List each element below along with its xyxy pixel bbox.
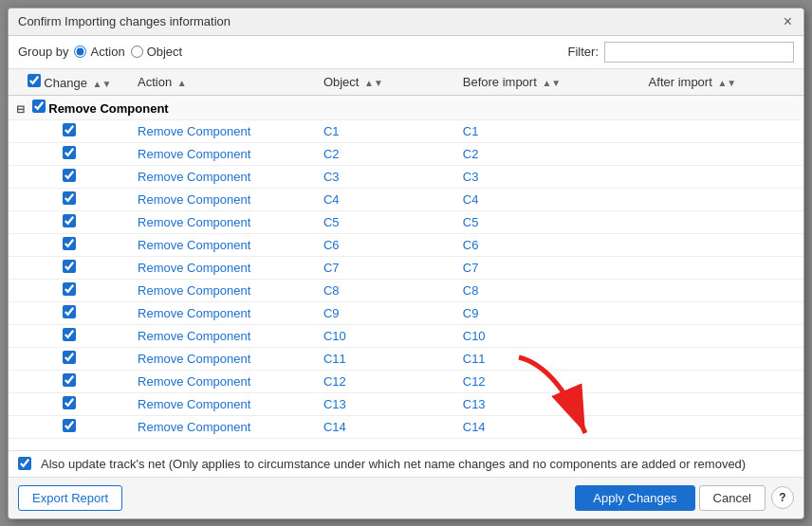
row-action: Remove Component bbox=[130, 119, 316, 142]
row-action: Remove Component bbox=[130, 256, 316, 279]
table-container: Change ▲▼ Action ▲ Object ▲▼ Before impo… bbox=[9, 69, 803, 451]
row-after bbox=[641, 119, 803, 142]
table-row: Remove Component C4 C4 bbox=[9, 188, 803, 210]
th-after: After import ▲▼ bbox=[641, 69, 803, 96]
row-before: C4 bbox=[455, 188, 641, 210]
row-after bbox=[641, 324, 803, 347]
row-object: C11 bbox=[316, 347, 455, 370]
group-action-label: Action bbox=[90, 45, 124, 59]
group-object-radio-label[interactable]: Object bbox=[131, 45, 183, 59]
footer-note-text: Also update track's net (Only applies to… bbox=[41, 457, 746, 471]
row-action: Remove Component bbox=[130, 210, 316, 233]
row-after bbox=[641, 188, 803, 210]
row-before: C14 bbox=[455, 415, 641, 438]
row-checkbox[interactable] bbox=[63, 373, 76, 387]
row-action: Remove Component bbox=[130, 279, 316, 301]
cancel-button[interactable]: Cancel bbox=[699, 485, 766, 511]
group-action-radio[interactable] bbox=[74, 45, 86, 58]
row-after bbox=[641, 279, 803, 301]
group-checkbox[interactable] bbox=[32, 100, 46, 113]
th-change: Change ▲▼ bbox=[9, 69, 130, 96]
row-action: Remove Component bbox=[130, 301, 316, 324]
row-object: C9 bbox=[316, 301, 455, 324]
row-checkbox-cell bbox=[9, 188, 130, 210]
footer-buttons: Export Report Apply Changes Cancel ? bbox=[9, 478, 803, 518]
right-buttons: Apply Changes Cancel ? bbox=[575, 485, 794, 511]
row-checkbox[interactable] bbox=[63, 419, 76, 432]
row-before: C7 bbox=[455, 256, 641, 279]
row-checkbox[interactable] bbox=[63, 237, 76, 250]
table-row: Remove Component C3 C3 bbox=[9, 165, 803, 188]
row-object: C6 bbox=[316, 233, 455, 256]
filter-input[interactable] bbox=[604, 42, 794, 63]
apply-changes-button[interactable]: Apply Changes bbox=[575, 485, 694, 511]
row-before: C2 bbox=[455, 142, 641, 165]
row-checkbox[interactable] bbox=[63, 282, 76, 296]
row-after bbox=[641, 210, 803, 233]
group-expand-icon[interactable]: ⊟ bbox=[16, 103, 25, 115]
dialog-title: Confirm Importing changes information bbox=[18, 14, 231, 28]
row-before: C10 bbox=[455, 324, 641, 347]
table-row: Remove Component C12 C12 bbox=[9, 370, 803, 392]
table-row: Remove Component C6 C6 bbox=[9, 233, 803, 256]
export-report-button[interactable]: Export Report bbox=[18, 485, 122, 511]
group-object-radio[interactable] bbox=[131, 45, 143, 58]
row-action: Remove Component bbox=[130, 347, 316, 370]
row-checkbox-cell bbox=[9, 324, 130, 347]
row-checkbox[interactable] bbox=[63, 260, 76, 273]
row-checkbox[interactable] bbox=[63, 123, 76, 136]
table-row: Remove Component C8 C8 bbox=[9, 279, 803, 301]
close-button[interactable]: × bbox=[782, 14, 794, 29]
row-checkbox-cell bbox=[9, 256, 130, 279]
table-row: Remove Component C13 C13 bbox=[9, 392, 803, 415]
row-after bbox=[641, 415, 803, 438]
row-checkbox[interactable] bbox=[63, 305, 76, 318]
row-object: C8 bbox=[316, 279, 455, 301]
table-row: Remove Component C7 C7 bbox=[9, 256, 803, 279]
row-checkbox-cell bbox=[9, 142, 130, 165]
row-object: C7 bbox=[316, 256, 455, 279]
row-before: C3 bbox=[455, 165, 641, 188]
group-action-radio-label[interactable]: Action bbox=[74, 45, 124, 59]
row-before: C13 bbox=[455, 392, 641, 415]
row-action: Remove Component bbox=[130, 324, 316, 347]
filter-area: Filter: bbox=[568, 42, 795, 63]
object-sort-icon: ▲▼ bbox=[364, 78, 383, 88]
table-row: Remove Component C5 C5 bbox=[9, 210, 803, 233]
change-sort-icon: ▲▼ bbox=[93, 79, 112, 89]
select-all-checkbox[interactable] bbox=[28, 74, 41, 87]
group-header-row: ⊟ Remove Component bbox=[9, 95, 803, 119]
row-checkbox[interactable] bbox=[63, 191, 76, 205]
table-row: Remove Component C9 C9 bbox=[9, 301, 803, 324]
row-object: C2 bbox=[316, 142, 455, 165]
group-header-cell: ⊟ Remove Component bbox=[9, 95, 803, 119]
row-action: Remove Component bbox=[130, 165, 316, 188]
row-after bbox=[641, 370, 803, 392]
row-checkbox-cell bbox=[9, 233, 130, 256]
row-object: C14 bbox=[316, 415, 455, 438]
row-action: Remove Component bbox=[130, 142, 316, 165]
row-checkbox[interactable] bbox=[63, 214, 76, 227]
th-before: Before import ▲▼ bbox=[455, 69, 641, 96]
row-before: C12 bbox=[455, 370, 641, 392]
row-object: C5 bbox=[316, 210, 455, 233]
row-after bbox=[641, 233, 803, 256]
row-checkbox[interactable] bbox=[63, 146, 76, 159]
row-checkbox[interactable] bbox=[63, 169, 76, 182]
row-after bbox=[641, 142, 803, 165]
table-row: Remove Component C2 C2 bbox=[9, 142, 803, 165]
row-before: C1 bbox=[455, 119, 641, 142]
row-object: C13 bbox=[316, 392, 455, 415]
help-button[interactable]: ? bbox=[771, 486, 794, 509]
changes-table: Change ▲▼ Action ▲ Object ▲▼ Before impo… bbox=[9, 69, 803, 439]
update-tracks-checkbox[interactable] bbox=[18, 457, 31, 470]
row-checkbox-cell bbox=[9, 392, 130, 415]
title-bar: Confirm Importing changes information × bbox=[9, 9, 803, 36]
row-checkbox[interactable] bbox=[63, 351, 76, 364]
row-action: Remove Component bbox=[130, 233, 316, 256]
row-checkbox[interactable] bbox=[63, 396, 76, 409]
toolbar: Group by Action Object Filter: bbox=[9, 36, 803, 69]
row-checkbox[interactable] bbox=[63, 328, 76, 341]
row-checkbox-cell bbox=[9, 370, 130, 392]
group-by-section: Group by Action Object bbox=[18, 45, 182, 59]
